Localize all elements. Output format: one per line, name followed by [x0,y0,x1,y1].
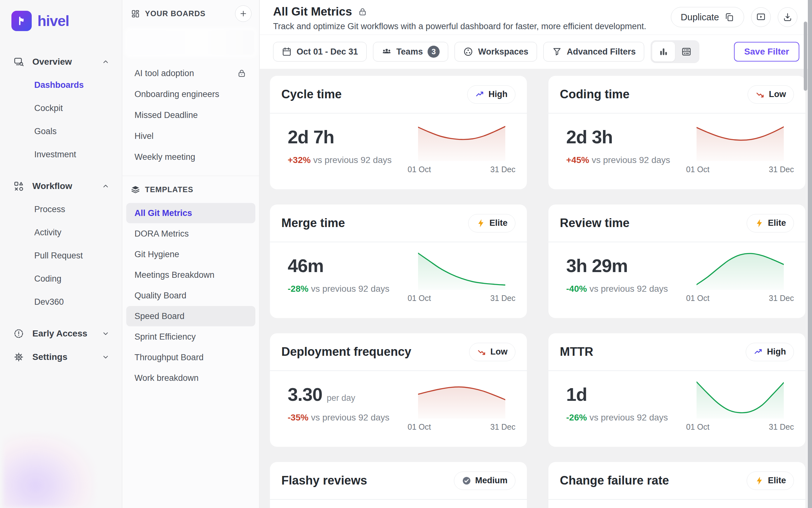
metric-card-review-time: Review timeElite3h 29m-40%vs previous 92… [549,205,805,318]
board-item-ai-tool-adoption[interactable]: AI tool adoption [122,63,259,84]
present-icon [756,12,766,22]
sidebar: hivel OverviewDashboardsCockpitGoalsInve… [0,0,122,508]
card-title: MTTR [560,345,594,358]
teams-count-badge: 3 [428,46,440,58]
trend-sparkline: 01 Oct31 Dec [686,375,794,432]
sidebar-item-pull-request[interactable]: Pull Request [0,244,122,267]
download-button[interactable] [778,7,798,27]
sidebar-item-dashboards[interactable]: Dashboards [0,74,122,97]
main-nav: OverviewDashboardsCockpitGoalsInvestment… [0,50,122,369]
sidebar-item-process[interactable]: Process [0,198,122,221]
metric-delta: -26% [566,413,587,422]
chevron-down-icon [102,353,110,361]
lock-icon [237,69,246,78]
main-area: All Git Metrics Track and optimize Git w… [260,0,812,508]
metric-delta: -28% [288,284,308,294]
board-item-hivel[interactable]: Hivel [122,126,259,146]
trend-down-icon [756,90,765,99]
metric-compare-label: vs previous 92 days [592,155,670,165]
templates-title: TEMPLATES [145,185,194,194]
sidebar-section-early-access[interactable]: Early Access [0,322,122,345]
teams-filter[interactable]: Teams 3 [373,42,448,61]
metric-card-mttr: MTTRHigh1d-26%vs previous 92 days 01 Oct… [549,333,805,447]
x-axis-end-label: 31 Dec [769,422,794,432]
status-badge-elite: Elite [747,471,794,490]
teams-label: Teams [397,47,423,57]
board-item-redacted[interactable] [127,30,255,55]
advanced-filters-button[interactable]: Advanced Filters [543,42,645,61]
status-badge-elite: Elite [468,214,516,232]
x-axis-start-label: 01 Oct [408,165,431,174]
board-item-label: Weekly meeting [134,152,195,162]
template-item-git-hygiene[interactable]: Git Hygiene [126,244,255,264]
metric-compare-label: vs previous 92 days [589,284,668,294]
template-item-dora-metrics[interactable]: DORA Metrics [126,223,255,244]
workspaces-filter[interactable]: Workspaces [454,42,537,61]
early-access-icon [13,328,24,339]
sidebar-item-investment[interactable]: Investment [0,143,122,166]
templates-list: All Git MetricsDORA MetricsGit HygieneMe… [122,203,259,388]
sidebar-item-activity[interactable]: Activity [0,221,122,244]
sidebar-item-cockpit[interactable]: Cockpit [0,97,122,120]
overview-icon [13,56,24,67]
metric-delta: +45% [566,155,589,165]
metric-delta: -40% [566,284,587,294]
template-item-all-git-metrics[interactable]: All Git Metrics [126,203,255,223]
x-axis-start-label: 01 Oct [408,422,431,432]
metric-card-deployment-frequency: Deployment frequencyLow3.30per day-35%vs… [270,333,527,447]
sidebar-section-settings[interactable]: Settings [0,345,122,369]
duplicate-button[interactable]: Duplicate [671,7,744,27]
sidebar-section-overview[interactable]: Overview [0,50,122,74]
template-item-quality-board[interactable]: Quality Board [126,285,255,306]
template-item-throughput-board[interactable]: Throughput Board [126,347,255,368]
present-button[interactable] [751,7,771,27]
logo[interactable]: hivel [11,11,122,31]
card-title: Deployment frequency [281,345,411,358]
metric-value: 2d 3h [566,126,613,147]
date-range-filter[interactable]: Oct 01 - Dec 31 [273,42,367,61]
table-view-segment[interactable] [675,42,698,61]
trend-sparkline: 01 Oct31 Dec [686,247,794,303]
chevron-up-icon [102,182,110,190]
hivel-logo-mark [11,11,32,31]
calendar-icon [282,47,292,57]
page-scrollbar[interactable] [808,0,812,508]
sidebar-item-dev360[interactable]: Dev360 [0,291,122,313]
board-item-onboarding-engineers[interactable]: Onboarding engineers [122,84,259,104]
content-scrollbar-thumb[interactable] [804,22,807,91]
workspaces-icon [463,47,473,57]
card-title: Review time [560,216,630,230]
add-board-button[interactable] [235,5,251,22]
template-item-sprint-efficiency[interactable]: Sprint Efficiency [126,327,255,347]
save-filter-button[interactable]: Save Filter [734,42,799,61]
trend-sparkline: 01 Oct31 Dec [408,118,516,174]
status-badge-label: High [767,347,786,357]
chevron-down-icon [102,330,110,338]
sidebar-item-coding[interactable]: Coding [0,267,122,291]
sidebar-item-goals[interactable]: Goals [0,120,122,143]
board-item-missed-deadline[interactable]: Missed Deadline [122,104,259,126]
hivel-flag-icon [16,15,27,26]
bolt-icon [476,218,486,228]
card-title: Merge time [281,216,345,230]
duplicate-label: Duplicate [681,12,719,23]
x-axis-end-label: 31 Dec [769,165,794,174]
template-item-work-breakdown[interactable]: Work breakdown [126,368,255,388]
x-axis-end-label: 31 Dec [490,422,516,432]
template-item-speed-board[interactable]: Speed Board [126,306,255,326]
trend-up-icon [754,347,763,357]
copy-icon [724,12,734,22]
sidebar-section-workflow[interactable]: Workflow [0,174,122,198]
sidebar-section-label: Settings [32,352,67,362]
metric-delta: +32% [288,155,311,165]
status-badge-low: Low [469,343,516,361]
trend-down-icon [477,347,487,357]
status-badge-label: Low [490,347,508,357]
trend-sparkline [408,504,516,508]
sidebar-section-label: Workflow [32,181,72,191]
chart-view-segment[interactable] [652,42,675,61]
template-item-meetings-breakdown[interactable]: Meetings Breakdown [126,265,255,285]
board-item-label: Onboarding engineers [134,89,219,99]
x-axis-end-label: 31 Dec [490,294,516,303]
board-item-weekly-meeting[interactable]: Weekly meeting [122,146,259,167]
